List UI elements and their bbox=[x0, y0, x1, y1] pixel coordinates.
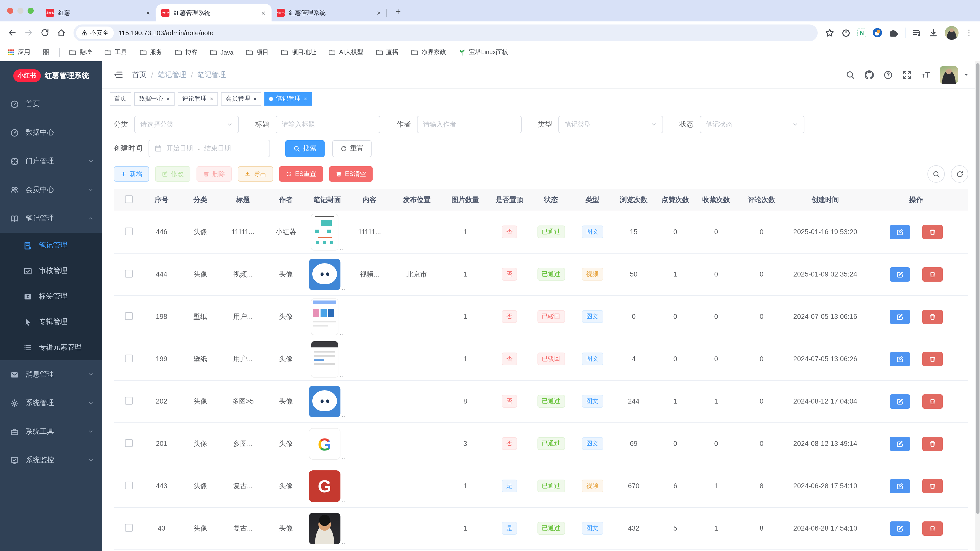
tag-close-icon[interactable]: × bbox=[304, 96, 307, 102]
sidebar-item-门户管理[interactable]: 门户管理 bbox=[0, 147, 102, 176]
security-chip[interactable]: 不安全 bbox=[76, 26, 114, 39]
sidebar-item-系统工具[interactable]: 系统工具 bbox=[0, 417, 102, 446]
bookmark-star-icon[interactable] bbox=[825, 28, 835, 38]
sidebar-item-笔记管理[interactable]: 笔记管理 bbox=[0, 204, 102, 233]
user-avatar[interactable] bbox=[940, 65, 958, 84]
sidebar-item-审核管理[interactable]: 审核管理 bbox=[0, 258, 102, 284]
row-delete-button[interactable] bbox=[922, 267, 942, 281]
tab-close-icon[interactable]: × bbox=[144, 9, 152, 17]
browser-tab[interactable]: 小红书 红薯管理系统 × bbox=[272, 4, 387, 21]
window-maximize-button[interactable] bbox=[27, 8, 34, 14]
bookmark-item[interactable]: 博客 bbox=[175, 48, 197, 57]
breadcrumb-note-module[interactable]: 笔记管理 bbox=[158, 70, 186, 79]
sidebar-item-数据中心[interactable]: 数据中心 bbox=[0, 118, 102, 147]
bookmark-item[interactable]: 项目 bbox=[246, 48, 269, 57]
row-delete-button[interactable] bbox=[922, 225, 942, 239]
tags-view-tag[interactable]: 数据中心 × bbox=[134, 92, 175, 105]
font-size-icon[interactable]: TT bbox=[921, 70, 930, 79]
show-search-toggle-button[interactable] bbox=[928, 165, 945, 183]
修改-button[interactable]: 修改 bbox=[155, 166, 190, 182]
tag-close-icon[interactable]: × bbox=[210, 96, 213, 102]
row-checkbox[interactable] bbox=[125, 270, 132, 277]
sidebar-item-专辑元素管理[interactable]: 专辑元素管理 bbox=[0, 335, 102, 360]
tab-close-icon[interactable]: × bbox=[259, 9, 267, 17]
sidebar-item-会员中心[interactable]: 会员中心 bbox=[0, 176, 102, 204]
tags-view-tag[interactable]: 会员管理 × bbox=[221, 92, 261, 105]
browser-profile-avatar[interactable] bbox=[945, 26, 959, 40]
sidebar-item-消息管理[interactable]: 消息管理 bbox=[0, 360, 102, 389]
bookmark-item[interactable]: AI大模型 bbox=[328, 48, 363, 57]
note-cover-image[interactable]: G bbox=[309, 428, 340, 459]
forward-button[interactable] bbox=[21, 24, 37, 41]
row-edit-button[interactable] bbox=[890, 394, 910, 408]
bookmark-item[interactable]: Java bbox=[210, 48, 234, 56]
filter-input[interactable]: 请选择分类 bbox=[134, 116, 239, 133]
row-edit-button[interactable] bbox=[890, 267, 910, 281]
filter-input[interactable]: 笔记状态 bbox=[700, 116, 804, 133]
select-all-checkbox[interactable] bbox=[125, 195, 132, 203]
filter-input[interactable]: 笔记类型 bbox=[558, 116, 663, 133]
reload-button[interactable] bbox=[37, 24, 53, 41]
row-checkbox[interactable] bbox=[125, 439, 132, 447]
power-extension-icon[interactable] bbox=[841, 28, 851, 38]
fullscreen-icon[interactable] bbox=[903, 70, 912, 79]
tags-view-tag[interactable]: 评论管理 × bbox=[178, 92, 218, 105]
sidebar-item-笔记管理[interactable]: 笔记管理 bbox=[0, 233, 102, 258]
scrollbar-thumb[interactable] bbox=[976, 63, 980, 514]
address-bar[interactable]: 不安全 115.190.73.103/admin/note/note bbox=[73, 24, 818, 41]
删除-button[interactable]: 删除 bbox=[197, 166, 232, 182]
bookmark-item[interactable]: 工具 bbox=[104, 48, 127, 57]
tags-view-tag[interactable]: 笔记管理 × bbox=[264, 92, 312, 105]
help-icon[interactable] bbox=[884, 70, 893, 79]
n-extension-icon[interactable]: N bbox=[858, 28, 866, 37]
bookmark-item[interactable]: 宝塔Linux面板 bbox=[458, 48, 508, 57]
user-menu-caret-icon[interactable] bbox=[964, 72, 969, 77]
新增-button[interactable]: 新增 bbox=[114, 166, 149, 182]
reset-button[interactable]: 重置 bbox=[332, 140, 372, 157]
sidebar-item-专辑管理[interactable]: 专辑管理 bbox=[0, 309, 102, 335]
browser-tab[interactable]: 小红书 红薯 × bbox=[41, 4, 156, 21]
row-edit-button[interactable] bbox=[890, 479, 910, 493]
ES清空-button[interactable]: ES清空 bbox=[329, 166, 372, 182]
tag-close-icon[interactable]: × bbox=[166, 96, 170, 102]
bookmark-item[interactable]: 服务 bbox=[139, 48, 162, 57]
row-checkbox[interactable] bbox=[125, 354, 132, 362]
row-checkbox[interactable] bbox=[125, 524, 132, 531]
extensions-puzzle-icon[interactable] bbox=[889, 28, 898, 38]
row-edit-button[interactable] bbox=[890, 521, 910, 535]
downloads-icon[interactable] bbox=[928, 28, 938, 38]
row-delete-button[interactable] bbox=[922, 521, 942, 535]
note-cover-image[interactable] bbox=[311, 213, 339, 250]
sidebar-item-标签管理[interactable]: 标签管理 bbox=[0, 284, 102, 309]
bookmark-item[interactable]: 项目地址 bbox=[281, 48, 316, 57]
sidebar-item-系统监控[interactable]: 系统监控 bbox=[0, 446, 102, 475]
row-edit-button[interactable] bbox=[890, 437, 910, 451]
note-cover-image[interactable] bbox=[311, 341, 339, 377]
breadcrumb-home[interactable]: 首页 bbox=[132, 70, 146, 79]
row-checkbox[interactable] bbox=[125, 227, 132, 235]
row-checkbox[interactable] bbox=[125, 397, 132, 404]
new-tab-button[interactable]: + bbox=[391, 5, 405, 19]
bookmark-item[interactable]: 净界家政 bbox=[410, 48, 446, 57]
row-delete-button[interactable] bbox=[922, 352, 942, 366]
filter-input[interactable]: 请输入标题 bbox=[275, 116, 380, 133]
sidebar-toggle-icon[interactable] bbox=[113, 70, 123, 79]
app-logo[interactable]: 小红书 红薯管理系统 bbox=[0, 61, 102, 90]
note-cover-image[interactable] bbox=[311, 298, 339, 335]
window-minimize-button[interactable] bbox=[18, 8, 24, 14]
row-delete-button[interactable] bbox=[922, 479, 942, 493]
date-range-input[interactable]: 开始日期 - 结束日期 bbox=[148, 140, 270, 157]
note-cover-image[interactable]: G bbox=[309, 470, 340, 502]
row-delete-button[interactable] bbox=[922, 437, 942, 451]
browser-tab[interactable]: 小红书 红薯管理系统 × bbox=[156, 4, 272, 21]
home-button[interactable] bbox=[53, 24, 69, 41]
row-checkbox[interactable] bbox=[125, 312, 132, 320]
note-cover-image[interactable] bbox=[309, 386, 340, 417]
window-close-button[interactable] bbox=[7, 8, 13, 14]
ES重置-button[interactable]: ES重置 bbox=[279, 166, 323, 182]
github-icon[interactable] bbox=[865, 70, 874, 79]
paint-extension-icon[interactable] bbox=[873, 28, 882, 37]
row-edit-button[interactable] bbox=[890, 225, 910, 239]
search-button[interactable]: 搜索 bbox=[285, 140, 325, 157]
page-scrollbar[interactable] bbox=[975, 61, 980, 551]
